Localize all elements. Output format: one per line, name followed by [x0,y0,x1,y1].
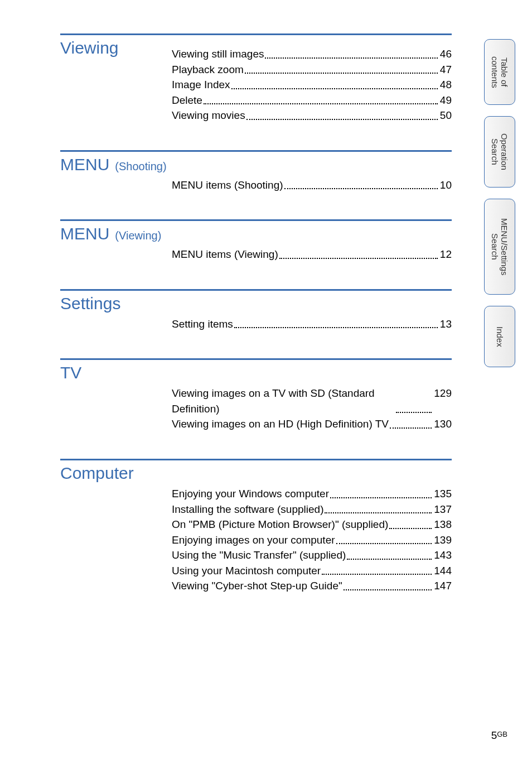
toc-row[interactable]: MENU items (Shooting) 10 [172,177,452,193]
toc-page: 130 [434,416,452,432]
toc-page: 144 [434,563,452,579]
section-menu-shooting: MENU (Shooting) MENU items (Shooting) 10 [60,150,452,193]
page-suffix: GB [497,730,507,738]
toc-page: 129 [434,386,452,416]
page-content: Viewing Viewing still images 46 Playback… [0,0,452,594]
toc-row[interactable]: On "PMB (Picture Motion Browser)" (suppl… [172,517,452,532]
leader-dots [231,77,438,89]
section-title: Settings [60,294,172,313]
leader-dots [344,578,432,590]
toc-label: Using the "Music Transfer" (supplied) [172,547,346,563]
toc-label: Viewing movies [172,108,245,123]
toc-label: Enjoying your Windows computer [172,486,329,502]
toc-label: Delete [172,93,202,108]
section-tv: TV Viewing images on a TV with SD (Stand… [60,358,452,432]
leader-dots [390,416,432,429]
toc-page: 50 [440,108,452,123]
leader-dots [234,316,438,329]
section-title: Computer [60,464,172,483]
toc-page: 46 [440,46,452,62]
toc-label: Enjoying images on your computer [172,532,335,548]
toc-row[interactable]: Viewing "Cyber-shot Step-up Guide" 147 [172,578,452,594]
tab-menu-settings-search[interactable]: MENU/Settings Search [484,199,515,295]
toc-row[interactable]: Viewing images on an HD (High Definition… [172,416,452,432]
section-menu-viewing: MENU (Viewing) MENU items (Viewing) 12 [60,219,452,262]
section-title: MENU [60,155,115,174]
leader-dots [322,563,432,575]
toc-row[interactable]: Viewing still images 46 [172,46,452,62]
section-rule [60,219,452,221]
tab-label: Index [495,326,504,347]
leader-dots [245,62,438,74]
toc-page: 49 [440,93,452,108]
toc-row[interactable]: Delete 49 [172,93,452,108]
section-rule [60,33,452,35]
toc-page: 147 [434,578,452,594]
leader-dots [204,93,438,105]
tab-operation-search[interactable]: Operation Search [484,116,515,188]
toc-label: Image Index [172,77,230,93]
toc-label: Playback zoom [172,62,244,78]
section-title: TV [60,363,172,382]
toc-page: 143 [434,547,452,563]
section-rule [60,289,452,291]
tab-label: MENU/Settings Search [490,207,510,286]
section-rule [60,150,452,152]
page-number: 5 [491,729,497,741]
toc-label: Viewing still images [172,46,264,62]
tab-label: Operation Search [490,124,510,179]
leader-dots [347,547,432,560]
toc-label: MENU items (Viewing) [172,247,278,262]
section-viewing: Viewing Viewing still images 46 Playback… [60,33,452,123]
tab-label: Table of contents [490,47,510,97]
section-header: MENU (Viewing) [60,224,452,243]
toc-row[interactable]: Image Index 48 [172,77,452,93]
toc-label: MENU items (Shooting) [172,177,283,193]
leader-dots [325,502,432,514]
toc-row[interactable]: Using your Macintosh computer 144 [172,563,452,579]
section-settings: Settings Setting items 13 [60,289,452,332]
page-footer: 5GB [491,729,507,742]
section-header: Settings [60,294,452,313]
toc-row[interactable]: Viewing movies 50 [172,108,452,123]
leader-dots [396,386,432,413]
section-header: TV [60,363,452,382]
toc-row[interactable]: Viewing images on a TV with SD (Standard… [172,386,452,416]
toc-page: 12 [440,247,452,262]
toc-label: On "PMB (Picture Motion Browser)" (suppl… [172,517,388,532]
tab-index[interactable]: Index [484,306,515,367]
toc-row[interactable]: MENU items (Viewing) 12 [172,247,452,262]
toc-label: Installing the software (supplied) [172,502,323,517]
leader-dots [336,532,432,545]
leader-dots [389,517,432,529]
section-title: Viewing [60,39,172,57]
leader-dots [265,46,437,59]
toc-page: 139 [434,532,452,548]
toc-row[interactable]: Playback zoom 47 [172,62,452,78]
section-rule [60,459,452,460]
toc-page: 48 [440,77,452,93]
toc-page: 138 [434,517,452,532]
toc-row[interactable]: Installing the software (supplied) 137 [172,502,452,517]
leader-dots [330,486,432,498]
toc-page: 137 [434,502,452,517]
toc-page: 47 [440,62,452,78]
toc-label: Viewing "Cyber-shot Step-up Guide" [172,578,342,594]
toc-row[interactable]: Using the "Music Transfer" (supplied) 14… [172,547,452,563]
toc-page: 13 [440,316,452,332]
leader-dots [284,177,438,190]
toc-label: Setting items [172,316,233,332]
toc-row[interactable]: Enjoying your Windows computer 135 [172,486,452,502]
toc-label: Viewing images on an HD (High Definition… [172,416,389,432]
section-header: Computer [60,464,452,483]
toc-row[interactable]: Enjoying images on your computer 139 [172,532,452,548]
section-subtitle: (Viewing) [115,229,161,242]
section-title: MENU [60,224,115,243]
section-computer: Computer Enjoying your Windows computer … [60,459,452,594]
section-rule [60,358,452,360]
toc-page: 10 [440,177,452,193]
leader-dots [279,247,438,259]
tab-table-of-contents[interactable]: Table of contents [484,39,515,105]
leader-dots [246,108,438,120]
toc-row[interactable]: Setting items 13 [172,316,452,332]
